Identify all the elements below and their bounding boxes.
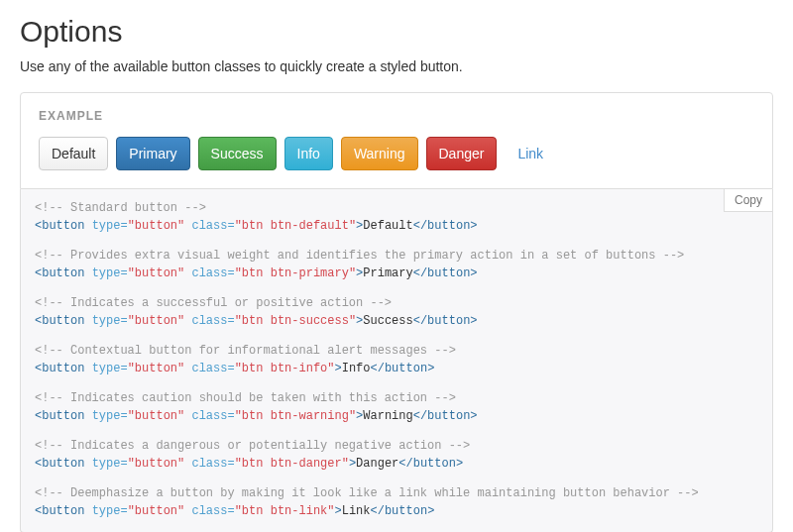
code-val-type: "button" xyxy=(128,266,185,280)
code-line: <button type="button" class="btn btn-def… xyxy=(35,217,758,235)
info-button[interactable]: Info xyxy=(284,137,333,170)
code-val-type: "button" xyxy=(128,457,185,471)
code-tag-open: <button xyxy=(35,409,84,423)
code-val-type: "button" xyxy=(128,504,185,518)
button-row: Default Primary Success Info Warning Dan… xyxy=(39,137,754,170)
default-button[interactable]: Default xyxy=(39,137,108,170)
code-block: <!-- Deemphasize a button by making it l… xyxy=(35,484,758,520)
code-line: <button type="button" class="btn btn-war… xyxy=(35,407,758,425)
code-val-class: "btn btn-success" xyxy=(235,314,356,328)
code-block: <!-- Indicates a successful or positive … xyxy=(35,294,758,330)
code-val-class: "btn btn-warning" xyxy=(235,409,356,423)
code-tag-open: <button xyxy=(35,266,84,280)
copy-button[interactable]: Copy xyxy=(724,189,772,212)
code-val-type: "button" xyxy=(128,362,185,375)
code-comment: <!-- Indicates a successful or positive … xyxy=(35,294,758,312)
code-val-type: "button" xyxy=(128,314,185,328)
code-val-class: "btn btn-default" xyxy=(235,219,356,233)
code-inner-text: Primary xyxy=(363,266,412,280)
code-listing: <!-- Standard button --><button type="bu… xyxy=(35,199,758,520)
code-attr-type: type= xyxy=(92,219,128,233)
example-panel: EXAMPLE Default Primary Success Info War… xyxy=(20,92,773,189)
page-heading: Options xyxy=(20,15,773,49)
code-tag-close: </button> xyxy=(413,219,478,233)
code-attr-type: type= xyxy=(92,409,128,423)
code-attr-class: class= xyxy=(191,266,234,280)
code-block: <!-- Provides extra visual weight and id… xyxy=(35,247,758,282)
code-val-class: "btn btn-primary" xyxy=(235,266,356,280)
link-button[interactable]: Link xyxy=(505,137,556,170)
code-block: <!-- Indicates caution should be taken w… xyxy=(35,389,758,425)
code-comment: <!-- Standard button --> xyxy=(35,199,758,217)
code-tag-open: <button xyxy=(35,362,84,375)
page-description: Use any of the available button classes … xyxy=(20,58,773,74)
code-tag-open: <button xyxy=(35,504,84,518)
code-tag-close: </button> xyxy=(413,266,478,280)
code-line: <button type="button" class="btn btn-dan… xyxy=(35,455,758,473)
code-panel: Copy <!-- Standard button --><button typ… xyxy=(20,189,773,532)
code-tag-open-end: > xyxy=(349,457,356,471)
code-attr-type: type= xyxy=(92,457,128,471)
code-inner-text: Info xyxy=(342,362,371,375)
code-line: <button type="button" class="btn btn-lin… xyxy=(35,502,758,520)
code-tag-open: <button xyxy=(35,219,84,233)
example-label: EXAMPLE xyxy=(39,109,754,123)
warning-button[interactable]: Warning xyxy=(341,137,418,170)
code-comment: <!-- Deemphasize a button by making it l… xyxy=(35,484,758,502)
code-tag-open-end: > xyxy=(335,504,342,518)
code-val-type: "button" xyxy=(128,409,185,423)
code-attr-class: class= xyxy=(191,362,234,375)
code-tag-close: </button> xyxy=(398,457,463,471)
code-inner-text: Warning xyxy=(363,409,412,423)
code-block: <!-- Standard button --><button type="bu… xyxy=(35,199,758,235)
code-attr-class: class= xyxy=(191,219,234,233)
code-inner-text: Success xyxy=(363,314,412,328)
code-tag-open-end: > xyxy=(335,362,342,375)
code-tag-close: </button> xyxy=(413,314,478,328)
code-val-class: "btn btn-danger" xyxy=(235,457,349,471)
code-attr-type: type= xyxy=(92,362,128,375)
code-attr-class: class= xyxy=(191,314,234,328)
code-attr-class: class= xyxy=(191,457,234,471)
code-block: <!-- Contextual button for informational… xyxy=(35,342,758,377)
code-line: <button type="button" class="btn btn-pri… xyxy=(35,265,758,282)
code-comment: <!-- Indicates a dangerous or potentiall… xyxy=(35,437,758,455)
code-val-type: "button" xyxy=(128,219,185,233)
code-val-class: "btn btn-info" xyxy=(235,362,335,375)
code-val-class: "btn btn-link" xyxy=(235,504,335,518)
code-tag-close: </button> xyxy=(371,504,435,518)
code-comment: <!-- Provides extra visual weight and id… xyxy=(35,247,758,265)
primary-button[interactable]: Primary xyxy=(116,137,189,170)
code-block: <!-- Indicates a dangerous or potentiall… xyxy=(35,437,758,473)
success-button[interactable]: Success xyxy=(198,137,277,170)
code-inner-text: Danger xyxy=(356,457,398,471)
code-tag-close: </button> xyxy=(371,362,435,375)
code-attr-class: class= xyxy=(191,409,234,423)
code-tag-open: <button xyxy=(35,314,84,328)
code-inner-text: Link xyxy=(342,504,371,518)
code-inner-text: Default xyxy=(363,219,412,233)
code-tag-close: </button> xyxy=(413,409,478,423)
code-attr-type: type= xyxy=(92,266,128,280)
danger-button[interactable]: Danger xyxy=(426,137,498,170)
code-attr-type: type= xyxy=(92,504,128,518)
code-attr-type: type= xyxy=(92,314,128,328)
code-attr-class: class= xyxy=(191,504,234,518)
code-tag-open: <button xyxy=(35,457,84,471)
code-comment: <!-- Contextual button for informational… xyxy=(35,342,758,360)
code-line: <button type="button" class="btn btn-suc… xyxy=(35,312,758,330)
code-comment: <!-- Indicates caution should be taken w… xyxy=(35,389,758,407)
code-line: <button type="button" class="btn btn-inf… xyxy=(35,360,758,377)
